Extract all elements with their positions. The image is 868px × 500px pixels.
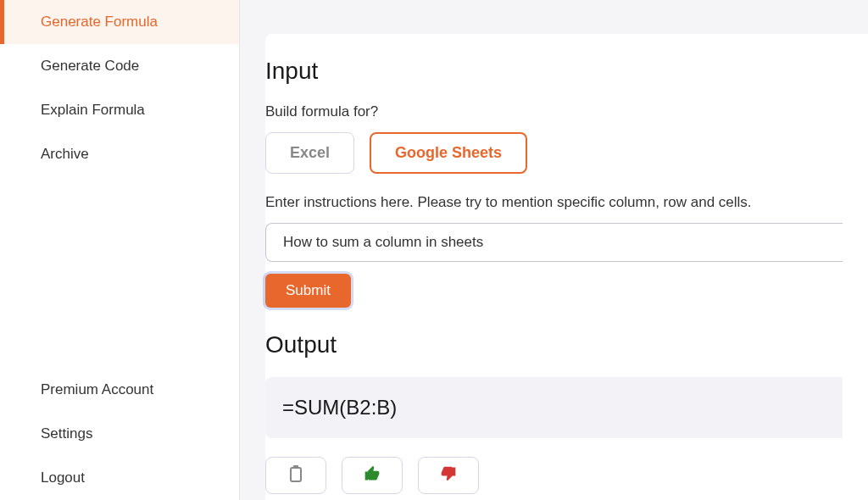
sidebar-item-generate-formula[interactable]: Generate Formula [0,0,239,44]
thumbs-down-button[interactable] [418,457,479,494]
sidebar: Generate Formula Generate Code Explain F… [0,0,240,500]
platform-excel-button[interactable]: Excel [265,132,354,174]
formula-card: Input Build formula for? Excel Google Sh… [265,34,868,500]
instructions-label: Enter instructions here. Please try to m… [265,194,843,211]
main-content: Input Build formula for? Excel Google Sh… [240,0,868,500]
output-result-text: =SUM(B2:B) [282,396,826,419]
svg-rect-0 [291,468,301,481]
output-section: Output =SUM(B2:B) [265,331,843,494]
thumbs-up-button[interactable] [342,457,403,494]
sidebar-top-group: Generate Formula Generate Code Explain F… [0,0,239,368]
sidebar-item-explain-formula[interactable]: Explain Formula [0,88,239,132]
sidebar-item-premium-account[interactable]: Premium Account [0,368,239,412]
submit-button[interactable]: Submit [265,274,351,308]
sidebar-item-generate-code[interactable]: Generate Code [0,44,239,88]
svg-rect-1 [293,465,298,469]
sidebar-item-archive[interactable]: Archive [0,132,239,176]
clipboard-icon [288,465,303,486]
platform-label: Build formula for? [265,103,843,120]
output-box: =SUM(B2:B) [265,377,843,438]
thumbs-up-icon [364,465,381,486]
instructions-input[interactable] [265,223,843,262]
sidebar-item-logout[interactable]: Logout [0,456,239,500]
input-section-title: Input [265,58,843,85]
output-action-buttons [265,457,843,494]
platform-google-sheets-button[interactable]: Google Sheets [370,132,527,174]
thumbs-down-icon [440,465,457,486]
copy-button[interactable] [265,457,326,494]
sidebar-item-settings[interactable]: Settings [0,412,239,456]
platform-button-group: Excel Google Sheets [265,132,843,174]
sidebar-bottom-group: Premium Account Settings Logout [0,368,239,500]
output-section-title: Output [265,331,843,358]
